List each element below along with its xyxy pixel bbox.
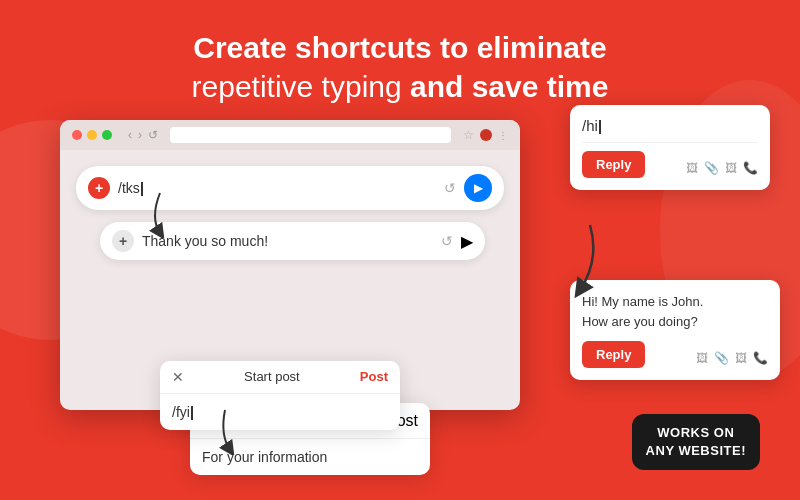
chat-icons-bottom: 🖼 📎 🖼 📞 (696, 351, 768, 365)
camera-icon-2: 🖼 (696, 351, 708, 365)
close-composer-1[interactable]: ✕ (172, 369, 184, 385)
headline-line2-normal: repetitive typing (192, 70, 402, 103)
composer-1-title: Start post (244, 369, 300, 384)
star-icon: ☆ (463, 128, 474, 142)
browser-nav: ‹ › ↺ (128, 128, 158, 142)
nav-forward[interactable]: › (138, 128, 142, 142)
image-icon-2: 🖼 (735, 351, 747, 365)
works-badge-line1: WORKS ON (646, 424, 746, 442)
composer-1-body[interactable]: /fyi (160, 394, 400, 430)
traffic-light-yellow (87, 130, 97, 140)
composer-1-post-link[interactable]: Post (360, 369, 388, 384)
browser-window: ‹ › ↺ ☆ ⋮ + /tks ↺ ▶ + Thank you so much… (60, 120, 520, 410)
cursor-2 (191, 406, 193, 420)
post-composer-1: ✕ Start post Post /fyi (160, 361, 400, 430)
add-shortcut-button[interactable]: + (88, 177, 110, 199)
traffic-light-red (72, 130, 82, 140)
chat-panel-top: /hi Reply 🖼 📎 🖼 📞 (570, 105, 770, 190)
cursor-3 (599, 120, 601, 134)
address-bar[interactable] (170, 127, 451, 143)
nav-back[interactable]: ‹ (128, 128, 132, 142)
attach-icon-2: 📎 (714, 351, 729, 365)
works-badge: WORKS ON ANY WEBSITE! (632, 414, 760, 470)
browser-titlebar: ‹ › ↺ ☆ ⋮ (60, 120, 520, 150)
send-button-result[interactable]: ▶ (461, 232, 473, 251)
result-refresh-icon[interactable]: ↺ (441, 233, 453, 249)
browser-menu[interactable]: ⋮ (498, 130, 508, 141)
works-badge-line2: ANY WEBSITE! (646, 442, 746, 460)
traffic-lights (72, 130, 112, 140)
chat-bottom-footer: Reply 🖼 📎 🖼 📞 (582, 341, 768, 368)
browser-body: + /tks ↺ ▶ + Thank you so much! ↺ ▶ (60, 150, 520, 410)
arrow-shortcut-to-result (140, 188, 200, 238)
browser-avatar (480, 129, 492, 141)
arrow-hi-to-chat (550, 220, 610, 300)
browser-icons-right: ☆ ⋮ (463, 128, 508, 142)
add-result-button[interactable]: + (112, 230, 134, 252)
post-composer-1-header: ✕ Start post Post (160, 361, 400, 394)
headline-and: and (402, 70, 472, 103)
phone-icon: 📞 (743, 161, 758, 175)
phone-icon-2: 📞 (753, 351, 768, 365)
refresh-icon[interactable]: ↺ (444, 180, 456, 196)
chat-input-area-top: /hi (582, 117, 758, 143)
attach-icon: 📎 (704, 161, 719, 175)
send-button-top[interactable]: ▶ (464, 174, 492, 202)
chat-input-text-top[interactable]: /hi (582, 117, 758, 134)
traffic-light-green (102, 130, 112, 140)
headline-line2-bold: save time (472, 70, 609, 103)
nav-refresh[interactable]: ↺ (148, 128, 158, 142)
arrow-fyi-to-result (215, 405, 265, 455)
reply-button-top[interactable]: Reply (582, 151, 645, 178)
headline-line1: Create shortcuts to eliminate (193, 31, 606, 64)
reply-button-bottom[interactable]: Reply (582, 341, 645, 368)
camera-icon: 🖼 (686, 161, 698, 175)
image-icon: 🖼 (725, 161, 737, 175)
chat-icons-top: 🖼 📎 🖼 📞 (686, 161, 758, 175)
